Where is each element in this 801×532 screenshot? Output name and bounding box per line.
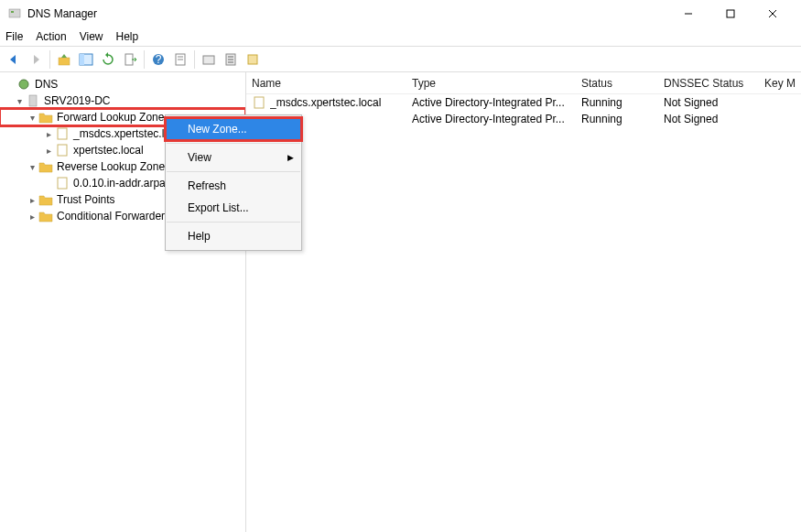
cell-dnssec: Not Signed [664,96,764,109]
cell-dnssec: Not Signed [664,113,764,125]
expander-icon[interactable]: ▾ [26,162,38,172]
zone-icon [55,143,70,157]
folder-icon [38,209,53,223]
menu-item-help[interactable]: Help [166,225,301,247]
filter-button[interactable] [221,49,241,70]
menu-item-label: Export List... [188,201,249,214]
zone-icon [252,95,266,110]
cell-status: Running [581,113,664,125]
chevron-right-icon: ▶ [287,153,294,162]
context-menu: New Zone... View ▶ Refresh Export List..… [165,114,302,251]
folder-icon [38,192,53,207]
svg-rect-9 [125,54,133,65]
expander-icon[interactable]: ▸ [42,129,55,139]
expander-icon[interactable]: ▾ [13,96,26,106]
toolbar: ? [0,47,801,72]
menu-item-view[interactable]: View ▶ [166,147,301,168]
tree-root-dns[interactable]: ▶ DNS [0,76,245,92]
menu-item-label: New Zone... [188,123,247,136]
toolbar-separator [144,50,145,69]
svg-rect-22 [29,95,37,106]
menu-item-label: Help [188,230,211,243]
refresh-button[interactable] [98,49,118,70]
title-bar: DNS Manager [0,0,801,27]
svg-rect-20 [248,55,257,64]
menu-file[interactable]: File [5,30,23,43]
zone-icon [55,126,70,141]
column-key-master[interactable]: Key M [764,77,801,90]
server-icon [26,93,40,108]
tree-label: Conditional Forwarders [57,210,170,223]
svg-rect-0 [9,9,20,17]
help-button[interactable]: ? [148,49,168,70]
svg-rect-1 [11,11,14,13]
tree-label: Reverse Lookup Zones [57,160,170,173]
svg-rect-6 [59,58,70,65]
app-icon [7,6,22,21]
up-button[interactable] [54,49,74,70]
export-button[interactable] [120,49,140,70]
menu-item-export[interactable]: Export List... [166,197,301,219]
menu-item-refresh[interactable]: Refresh [166,175,301,197]
expander-icon[interactable]: ▾ [26,113,38,123]
new-button[interactable] [199,49,219,70]
tree-label: Trust Points [57,193,115,206]
tree-label: xpertstec.local [73,144,144,157]
menu-help[interactable]: Help [116,30,139,43]
svg-rect-3 [727,10,734,17]
menu-action[interactable]: Action [36,30,66,43]
tree-label: 0.0.10.in-addr.arpa [73,177,166,190]
svg-text:?: ? [156,53,162,66]
svg-rect-24 [58,145,67,156]
column-status[interactable]: Status [581,77,664,90]
expander-icon[interactable]: ▸ [26,212,38,222]
menu-view[interactable]: View [80,30,103,43]
show-hide-tree-button[interactable] [76,49,96,70]
properties-button[interactable] [170,49,190,70]
list-pane: Name Type Status DNSSEC Status Key M _ms… [246,72,801,532]
svg-point-21 [19,80,28,89]
folder-icon [38,159,53,174]
toolbar-separator [49,50,50,69]
back-button[interactable] [4,49,24,70]
list-row[interactable]: _msdcs.xpertstec.local Active Directory-… [252,94,801,111]
expander-icon[interactable]: ▸ [26,195,38,205]
folder-icon [38,110,53,125]
cell-status: Running [581,96,664,109]
dns-icon [16,77,31,92]
zone-icon [55,176,70,190]
column-dnssec[interactable]: DNSSEC Status [664,77,764,90]
list-row[interactable]: c.local Active Directory-Integrated Pr..… [252,111,801,127]
tree-label: DNS [35,78,58,91]
column-name[interactable]: Name [252,77,412,90]
svg-rect-25 [58,178,67,189]
menu-item-new-zone[interactable]: New Zone... [166,118,301,140]
menu-separator [167,222,300,223]
menu-item-label: View [188,151,211,164]
tree-label: Forward Lookup Zones [57,111,169,124]
forward-button[interactable] [26,49,46,70]
maximize-button[interactable] [709,0,752,27]
cell-name: _msdcs.xpertstec.local [270,96,412,109]
menu-separator [167,143,300,144]
tree-server[interactable]: ▾ SRV2019-DC [0,92,245,109]
svg-rect-15 [203,56,214,64]
menu-bar: File Action View Help [0,27,801,46]
tree-label: SRV2019-DC [44,94,110,107]
cell-type: Active Directory-Integrated Pr... [412,113,581,125]
manage-button[interactable] [243,49,263,70]
cell-type: Active Directory-Integrated Pr... [412,96,581,109]
svg-rect-23 [58,128,67,139]
menu-separator [167,171,300,172]
minimize-button[interactable] [667,0,709,27]
expander-icon[interactable]: ▸ [42,146,55,156]
close-button[interactable] [752,0,794,27]
menu-item-label: Refresh [188,179,226,192]
svg-rect-26 [254,97,264,108]
svg-rect-8 [80,54,84,65]
column-type[interactable]: Type [412,77,581,90]
column-headers: Name Type Status DNSSEC Status Key M [246,72,801,94]
window-title: DNS Manager [27,7,667,20]
toolbar-separator [194,50,195,69]
